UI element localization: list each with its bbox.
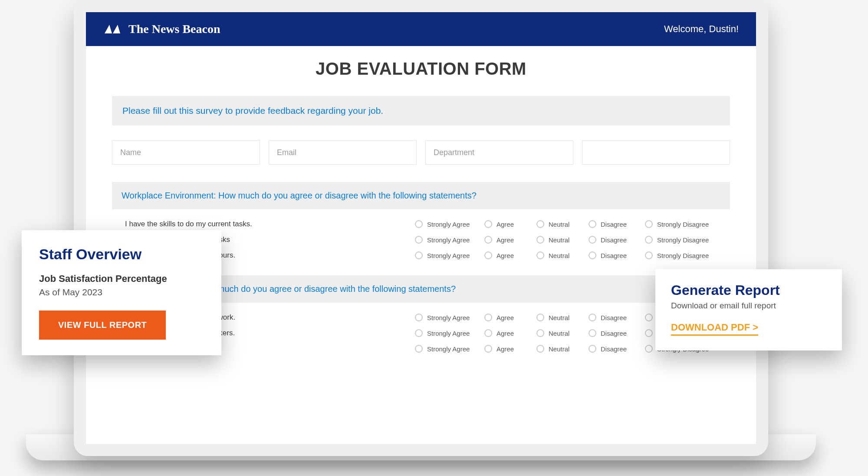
radio-option[interactable]: Strongly Agree (415, 314, 484, 321)
generate-report-subtitle: Download or email full report (671, 301, 826, 311)
radio-option[interactable]: Neutral (536, 236, 589, 244)
radio-option[interactable]: Strongly Disagree (645, 251, 727, 259)
brand: The News Beacon (103, 22, 220, 36)
intro-banner: Please fill out this survey to provide f… (112, 96, 730, 126)
radio-icon (589, 251, 596, 259)
name-input[interactable] (112, 140, 260, 165)
radio-icon (645, 220, 653, 228)
generate-report-title: Generate Report (671, 282, 826, 298)
app-header: The News Beacon Welcome, Dustin! (86, 12, 756, 46)
radio-option[interactable]: Strongly Disagree (645, 236, 727, 244)
radio-icon (536, 314, 544, 321)
staff-overview-card: Staff Overview Job Satisfaction Percenta… (22, 230, 221, 355)
radio-icon (589, 345, 596, 353)
staff-overview-asof: As of May 2023 (39, 287, 204, 298)
radio-option[interactable]: Neutral (536, 345, 589, 353)
radio-icon (484, 345, 492, 353)
radio-icon (589, 329, 596, 337)
page-title: JOB EVALUATION FORM (112, 59, 730, 79)
radio-icon (415, 236, 423, 244)
radio-icon (484, 220, 492, 228)
download-pdf-link[interactable]: DOWNLOAD PDF > (671, 322, 758, 336)
radio-icon (536, 345, 544, 353)
radio-option[interactable]: Neutral (536, 220, 589, 228)
extra-input[interactable] (582, 140, 730, 165)
radio-option[interactable]: Strongly Agree (415, 251, 484, 259)
radio-icon (415, 220, 423, 228)
radio-icon (645, 314, 653, 321)
welcome-text: Welcome, Dustin! (664, 23, 739, 35)
staff-overview-title: Staff Overview (39, 246, 204, 263)
radio-option[interactable]: Disagree (589, 345, 645, 353)
radio-option[interactable]: Disagree (589, 251, 645, 259)
radio-option[interactable]: Strongly Agree (415, 345, 484, 353)
radio-icon (536, 220, 544, 228)
radio-option[interactable]: Agree (484, 220, 536, 228)
radio-icon (415, 329, 423, 337)
brand-logo-icon (103, 23, 122, 36)
radio-option[interactable]: Agree (484, 236, 536, 244)
radio-icon (484, 314, 492, 321)
radio-option[interactable]: Strongly Disagree (645, 220, 727, 228)
radio-option[interactable]: Agree (484, 251, 536, 259)
radio-option[interactable]: Strongly Agree (415, 220, 484, 228)
staff-overview-subtitle: Job Satisfaction Percentage (39, 273, 204, 284)
radio-icon (415, 345, 423, 353)
radio-icon (589, 314, 596, 321)
radio-icon (415, 251, 423, 259)
radio-icon (536, 329, 544, 337)
input-row (112, 140, 730, 165)
radio-option[interactable]: Neutral (536, 251, 589, 259)
radio-icon (536, 236, 544, 244)
radio-option[interactable]: Disagree (589, 236, 645, 244)
section1-header: Workplace Environment: How much do you a… (112, 182, 730, 209)
radio-option[interactable]: Disagree (589, 314, 645, 321)
radio-icon (484, 329, 492, 337)
department-input[interactable] (425, 140, 573, 165)
radio-option[interactable]: Strongly Agree (415, 236, 484, 244)
radio-icon (589, 220, 596, 228)
radio-icon (645, 345, 653, 353)
radio-option[interactable]: Neutral (536, 314, 589, 321)
view-full-report-button[interactable]: VIEW FULL REPORT (39, 311, 166, 340)
brand-name: The News Beacon (128, 22, 220, 36)
radio-icon (645, 329, 653, 337)
radio-icon (484, 236, 492, 244)
radio-option[interactable]: Agree (484, 345, 536, 353)
radio-option[interactable]: Disagree (589, 329, 645, 337)
email-input[interactable] (269, 140, 417, 165)
radio-option[interactable]: Neutral (536, 329, 589, 337)
generate-report-card: Generate Report Download or email full r… (655, 269, 842, 350)
radio-icon (645, 236, 653, 244)
app-screen: The News Beacon Welcome, Dustin! JOB EVA… (86, 12, 756, 444)
radio-icon (415, 314, 423, 321)
radio-option[interactable]: Strongly Agree (415, 329, 484, 337)
radio-icon (589, 236, 596, 244)
laptop-frame: The News Beacon Welcome, Dustin! JOB EVA… (74, 0, 768, 456)
radio-icon (484, 251, 492, 259)
radio-option[interactable]: Agree (484, 314, 536, 321)
radio-option[interactable]: Disagree (589, 220, 645, 228)
radio-icon (645, 251, 653, 259)
radio-icon (536, 251, 544, 259)
radio-option[interactable]: Agree (484, 329, 536, 337)
section1-statement: I have the skills to do my current tasks… (125, 220, 415, 228)
